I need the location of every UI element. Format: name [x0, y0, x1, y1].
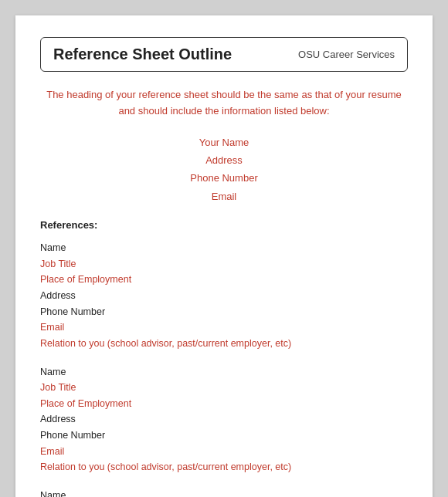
heading-address: Address [40, 151, 408, 169]
intro-text: The heading of your reference sheet shou… [40, 87, 408, 120]
ref1-relation: Relation to you (school advisor, past/cu… [40, 336, 408, 352]
heading-name: Your Name [40, 134, 408, 151]
document-page: Reference Sheet Outline OSU Career Servi… [15, 15, 433, 497]
references-label: References: [40, 219, 408, 231]
reference-block-1: Name Job Title Place of Employment Addre… [40, 240, 408, 351]
document-title: Reference Sheet Outline [53, 46, 232, 63]
ref3-name: Name [40, 488, 408, 497]
header-box: Reference Sheet Outline OSU Career Servi… [40, 37, 408, 72]
ref2-name: Name [40, 364, 408, 380]
ref1-job-title: Job Title [40, 256, 408, 272]
ref2-email: Email [40, 444, 408, 460]
ref2-job-title: Job Title [40, 380, 408, 396]
ref1-name: Name [40, 240, 408, 256]
ref2-relation: Relation to you (school advisor, past/cu… [40, 459, 408, 475]
reference-block-3: Name Job Title Place of Employment Addre… [40, 488, 408, 497]
ref1-place-employment: Place of Employment [40, 272, 408, 288]
intro-line2: and should include the information liste… [40, 103, 408, 120]
intro-line1: The heading of your reference sheet shou… [40, 87, 408, 103]
ref1-phone: Phone Number [40, 304, 408, 320]
heading-phone: Phone Number [40, 169, 408, 187]
reference-block-2: Name Job Title Place of Employment Addre… [40, 364, 408, 475]
heading-email: Email [40, 188, 408, 205]
organization-name: OSU Career Services [298, 49, 395, 60]
ref2-place-employment: Place of Employment [40, 396, 408, 412]
ref2-phone: Phone Number [40, 428, 408, 444]
heading-info: Your Name Address Phone Number Email [40, 134, 408, 206]
ref1-email: Email [40, 320, 408, 336]
ref1-address: Address [40, 288, 408, 304]
ref2-address: Address [40, 411, 408, 428]
